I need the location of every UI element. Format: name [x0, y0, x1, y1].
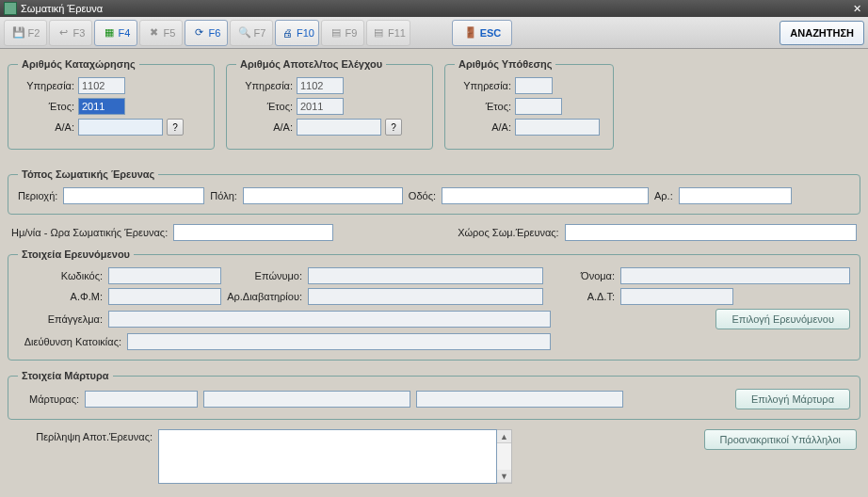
toolbar-btn-f7[interactable]: 🔍 F7 [230, 20, 273, 46]
case-group: Αριθμός Υπόθεσης Υπηρεσία: Έτος: Α/Α: [444, 58, 614, 150]
reg-year-label: Έτος: [18, 101, 74, 112]
scroll-down-icon[interactable]: ▼ [497, 470, 511, 483]
area-label: Περιοχή: [18, 190, 57, 201]
check-lookup-button[interactable]: ? [385, 119, 402, 136]
address-label: Διεύθυνση Κατοικίας: [18, 336, 121, 347]
reg-service-input[interactable] [78, 77, 125, 94]
reg-aa-label: Α/Α: [18, 121, 74, 133]
toolbar-btn-f11[interactable]: ▤ F11 [366, 20, 410, 46]
check-service-input[interactable] [297, 77, 344, 94]
code-input[interactable] [108, 267, 221, 284]
street-label: Οδός: [409, 190, 436, 201]
place-group: Τόπος Σωματικής Έρευνας Περιοχή: Πόλη: Ο… [8, 168, 860, 215]
witness-legend: Στοιχεία Μάρτυρα [18, 370, 113, 381]
city-label: Πόλη: [210, 190, 237, 201]
area-input[interactable] [63, 187, 204, 204]
reg-aa-input[interactable] [78, 119, 163, 136]
officers-button[interactable]: Προανακριτικοί Υπάλληλοι [704, 429, 857, 450]
case-legend: Αριθμός Υπόθεσης [455, 58, 555, 70]
print-icon: 🖨 [280, 25, 295, 40]
search-button[interactable]: ΑΝΑΖΗΤΗΣΗ [780, 21, 864, 45]
afm-label: Α.Φ.Μ: [18, 291, 103, 302]
place-legend: Τόπος Σωματικής Έρευνας [18, 168, 158, 180]
job-label: Επάγγελμα: [18, 313, 103, 325]
toolbar-btn-esc[interactable]: 🚪 ESC [452, 20, 512, 46]
witness-input-2[interactable] [203, 391, 410, 408]
case-aa-input[interactable] [515, 119, 600, 136]
datetime-input[interactable] [173, 224, 333, 241]
witness-input-1[interactable] [85, 391, 198, 408]
check-aa-input[interactable] [297, 119, 381, 136]
toolbar-btn-f4[interactable]: ▦ F4 [94, 20, 137, 46]
check-year-input[interactable] [297, 98, 344, 115]
save-icon: 💾 [11, 25, 26, 40]
street-input[interactable] [442, 187, 649, 204]
undo-icon: ↩ [56, 25, 72, 40]
code-label: Κωδικός: [18, 270, 103, 281]
subject-legend: Στοιχεία Ερευνόμενου [18, 248, 134, 260]
add-row-icon: ▤ [329, 25, 344, 40]
surname-label: Επώνυμο: [227, 270, 302, 281]
select-subject-button[interactable]: Επιλογή Ερευνόμενου [715, 309, 850, 329]
scroll-track[interactable] [497, 443, 511, 470]
witness-label: Μάρτυρας: [18, 393, 79, 405]
city-input[interactable] [243, 187, 403, 204]
select-witness-button[interactable]: Επιλογή Μάρτυρα [735, 389, 850, 409]
form-content: Αριθμός Καταχώρησης Υπηρεσία: Έτος: Α/Α:… [0, 49, 868, 497]
toolbar-btn-f5[interactable]: ✖ F5 [139, 20, 183, 46]
case-aa-label: Α/Α: [455, 121, 511, 133]
check-service-label: Υπηρεσία: [236, 80, 293, 91]
witness-group: Στοιχεία Μάρτυρα Μάρτυρας: Επιλογή Μάρτυ… [8, 370, 860, 420]
toolbar-btn-f6[interactable]: ⟳ F6 [185, 20, 228, 46]
summary-label: Περίληψη Αποτ.Έρευνας: [11, 429, 153, 442]
registration-group: Αριθμός Καταχώρησης Υπηρεσία: Έτος: Α/Α:… [8, 58, 215, 150]
close-icon[interactable]: ✕ [849, 2, 864, 15]
witness-input-3[interactable] [416, 391, 623, 408]
check-aa-label: Α/Α: [236, 121, 293, 133]
toolbar-btn-f9[interactable]: ▤ F9 [321, 20, 364, 46]
scroll-up-icon[interactable]: ▲ [497, 430, 511, 443]
reg-year-input[interactable] [78, 98, 125, 115]
refresh-icon: ⟳ [192, 25, 207, 40]
case-year-input[interactable] [515, 98, 562, 115]
titlebar: Σωματική Έρευνα ✕ [0, 0, 868, 17]
streetno-label: Αρ.: [654, 190, 673, 201]
check-group: Αριθμός Αποτελ/τος Ελέγχου Υπηρεσία: Έτο… [226, 58, 433, 150]
surname-input[interactable] [308, 267, 543, 284]
zoom-icon: 🔍 [237, 25, 252, 40]
afm-input[interactable] [108, 288, 221, 305]
reg-service-label: Υπηρεσία: [18, 80, 74, 91]
adt-input[interactable] [620, 288, 733, 305]
address-input[interactable] [127, 333, 551, 350]
subject-group: Στοιχεία Ερευνόμενου Κωδικός: Επώνυμο: Ό… [8, 248, 860, 361]
case-service-label: Υπηρεσία: [455, 80, 511, 91]
space-input[interactable] [565, 224, 857, 241]
name-input[interactable] [620, 267, 850, 284]
exit-icon: 🚪 [463, 25, 478, 40]
passport-label: Αρ.Διαβατηρίου: [227, 291, 302, 302]
datetime-label: Ημ/νία - Ωρα Σωματικής Έρευνας: [11, 227, 168, 238]
delete-row-icon: ▤ [371, 25, 386, 40]
check-year-label: Έτος: [236, 101, 293, 112]
adt-label: Α.Δ.Τ: [549, 291, 615, 302]
summary-textarea[interactable] [158, 429, 497, 484]
job-input[interactable] [108, 311, 551, 328]
toolbar-btn-f3[interactable]: ↩ F3 [49, 20, 92, 46]
toolbar-btn-f2[interactable]: 💾 F2 [4, 20, 47, 46]
case-service-input[interactable] [515, 77, 553, 94]
case-year-label: Έτος: [455, 101, 511, 112]
app-icon [4, 2, 17, 15]
name-label: Όνομα: [549, 270, 615, 281]
check-legend: Αριθμός Αποτελ/τος Ελέγχου [236, 58, 386, 70]
window-title: Σωματική Έρευνα [21, 3, 103, 14]
toolbar-btn-f10[interactable]: 🖨 F10 [275, 20, 319, 46]
space-label: Χώρος Σωμ.Έρευνας: [458, 227, 558, 238]
delete-icon: ✖ [147, 25, 162, 40]
reg-lookup-button[interactable]: ? [167, 119, 184, 136]
streetno-input[interactable] [679, 187, 792, 204]
scrollbar[interactable]: ▲ ▼ [497, 429, 512, 484]
toolbar: 💾 F2 ↩ F3 ▦ F4 ✖ F5 ⟳ F6 🔍 F7 🖨 F10 ▤ F9… [0, 17, 868, 49]
new-record-icon: ▦ [102, 25, 117, 40]
passport-input[interactable] [308, 288, 543, 305]
registration-legend: Αριθμός Καταχώρησης [18, 58, 139, 70]
